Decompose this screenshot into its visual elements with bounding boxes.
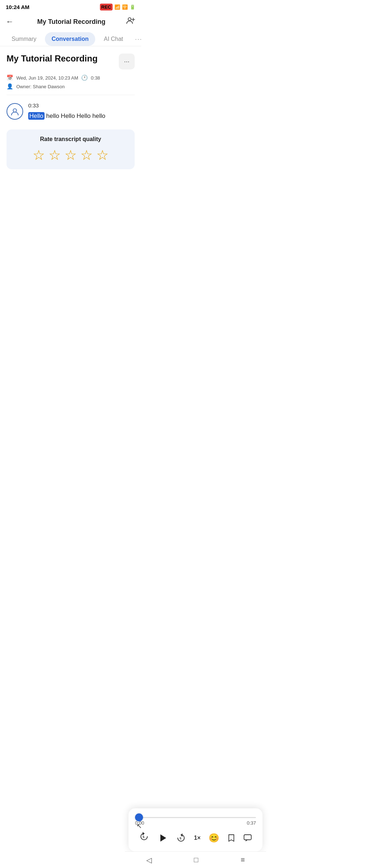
tabs-more-icon[interactable]: ⋯: [132, 33, 141, 45]
tabs-bar: Summary Conversation AI Chat ⋯: [0, 32, 141, 46]
tab-ai-chat[interactable]: AI Chat: [97, 32, 130, 46]
wifi-icon: 🛜: [122, 4, 128, 10]
svg-point-0: [128, 18, 131, 21]
conversation-body: 0:33 Hello hello Hello Hello hello: [28, 102, 135, 121]
tab-conversation[interactable]: Conversation: [45, 32, 95, 46]
star-3[interactable]: ☆: [64, 148, 77, 162]
highlighted-word[interactable]: Hello: [28, 112, 45, 120]
recording-duration: 0:38: [91, 75, 100, 81]
back-button[interactable]: ←: [6, 16, 17, 28]
status-bar: 10:24 AM REC 📶 🛜 🔋: [0, 0, 141, 13]
main-content: My Tutorial Recording ··· 📅 Wed, Jun 19,…: [0, 46, 141, 169]
conversation-timestamp: 0:33: [28, 102, 135, 109]
recording-date: Wed, Jun 19, 2024, 10:23 AM: [16, 75, 78, 81]
page-title: My Tutorial Recording: [17, 18, 126, 26]
star-4[interactable]: ☆: [80, 148, 93, 162]
top-nav: ← My Tutorial Recording: [0, 13, 141, 32]
battery-icon: 🔋: [130, 4, 135, 10]
rec-badge: REC: [100, 4, 113, 10]
svg-point-3: [13, 109, 16, 112]
recording-title: My Tutorial Recording: [7, 54, 115, 64]
avatar: [7, 103, 23, 120]
recording-owner-row: 👤 Owner: Shane Dawson: [7, 83, 135, 90]
clock-icon: 🕐: [81, 75, 88, 81]
conversation-text: Hello hello Hello Hello hello: [28, 111, 135, 121]
bluetooth-icon: 📶: [114, 4, 120, 10]
status-time: 10:24 AM: [6, 4, 29, 10]
calendar-icon: 📅: [7, 75, 13, 81]
tab-summary[interactable]: Summary: [5, 32, 43, 46]
recording-owner: Owner: Shane Dawson: [16, 84, 65, 89]
star-5[interactable]: ☆: [96, 148, 109, 162]
status-icons: REC 📶 🛜 🔋: [100, 4, 135, 10]
section-divider: [7, 95, 135, 95]
more-options-button[interactable]: ···: [119, 54, 135, 69]
conversation-entry: 0:33 Hello hello Hello Hello hello: [7, 102, 135, 121]
recording-date-row: 📅 Wed, Jun 19, 2024, 10:23 AM 🕐 0:38: [7, 75, 135, 81]
rating-box: Rate transcript quality ☆ ☆ ☆ ☆ ☆: [7, 129, 135, 169]
recording-header: My Tutorial Recording ···: [7, 54, 135, 69]
add-person-button[interactable]: [126, 16, 135, 27]
star-1[interactable]: ☆: [33, 148, 45, 162]
remaining-text: hello Hello Hello hello: [45, 112, 105, 119]
rating-title: Rate transcript quality: [12, 136, 129, 142]
star-2[interactable]: ☆: [49, 148, 61, 162]
star-rating[interactable]: ☆ ☆ ☆ ☆ ☆: [12, 148, 129, 162]
owner-icon: 👤: [7, 83, 13, 90]
